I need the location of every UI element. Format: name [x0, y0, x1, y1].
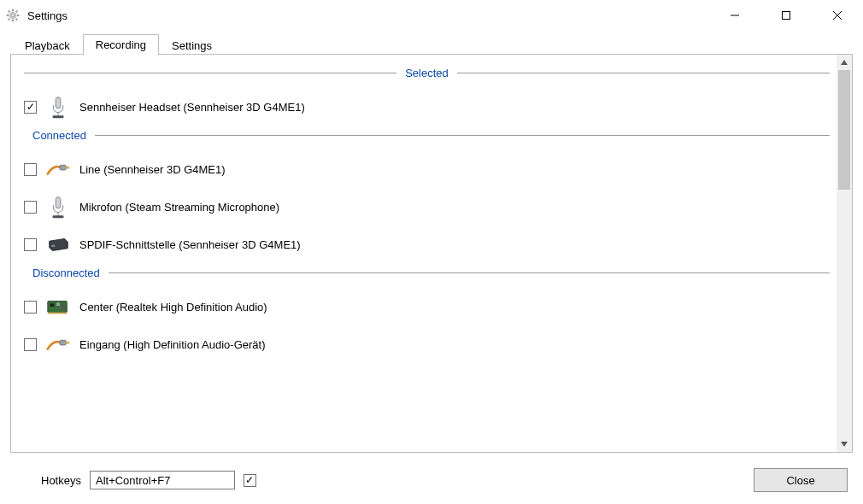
svg-point-14 [51, 245, 56, 248]
svg-rect-17 [56, 302, 60, 306]
minimize-button[interactable] [709, 0, 760, 31]
svg-rect-16 [50, 303, 55, 307]
group-header-connected: Connected [24, 129, 830, 142]
hotkeys-label: Hotkeys [41, 474, 81, 487]
close-button[interactable]: Close [754, 468, 848, 492]
svg-rect-18 [62, 306, 66, 310]
microphone-icon [44, 192, 73, 221]
group-header-disconnected: Disconnected [24, 267, 830, 279]
device-checkbox[interactable] [24, 163, 37, 176]
tab-recording[interactable]: Recording [83, 34, 159, 56]
device-label: Mikrofon (Steam Streaming Microphone) [79, 201, 279, 214]
device-checkbox[interactable] [24, 338, 37, 351]
microphone-icon [44, 92, 73, 121]
svg-rect-3 [783, 12, 790, 20]
hotkeys-input[interactable] [90, 471, 235, 489]
device-label: SPDIF-Schnittstelle (Sennheiser 3D G4ME1… [79, 238, 301, 251]
device-label: Sennheiser Headset (Sennheiser 3D G4ME1) [79, 101, 305, 114]
device-label: Line (Sennheiser 3D G4ME1) [79, 163, 226, 176]
svg-rect-20 [60, 340, 67, 345]
gear-icon [5, 8, 21, 23]
svg-line-4 [833, 11, 842, 20]
device-label: Center (Realtek High Definition Audio) [79, 301, 267, 314]
device-row[interactable]: Eingang (High Definition Audio-Gerät) [24, 325, 830, 363]
group-label: Selected [396, 67, 457, 79]
device-row[interactable]: Center (Realtek High Definition Audio) [24, 288, 830, 325]
svg-rect-10 [66, 167, 69, 169]
svg-rect-11 [56, 197, 61, 208]
device-row[interactable]: Mikrofon (Steam Streaming Microphone) [24, 188, 830, 226]
titlebar: Settings [0, 0, 863, 31]
svg-rect-13 [52, 215, 63, 218]
device-checkbox[interactable] [24, 238, 37, 251]
device-checkbox[interactable] [24, 101, 37, 114]
close-window-button[interactable] [812, 0, 863, 31]
line-in-icon [44, 155, 73, 184]
device-label: Eingang (High Definition Audio-Gerät) [79, 338, 266, 351]
svg-rect-9 [60, 165, 67, 170]
tab-pane: Selected Sennheiser Headset (Sennheiser … [10, 55, 853, 453]
spdif-icon [44, 230, 73, 259]
device-row[interactable]: SPDIF-Schnittstelle (Sennheiser 3D G4ME1… [24, 226, 830, 263]
device-row[interactable]: Sennheiser Headset (Sennheiser 3D G4ME1) [24, 88, 830, 126]
svg-rect-21 [66, 342, 69, 344]
sound-card-icon [44, 292, 73, 321]
hotkeys-checkbox[interactable] [244, 474, 256, 487]
tab-settings[interactable]: Settings [159, 35, 225, 56]
scrollbar-thumb[interactable] [838, 70, 850, 190]
svg-rect-19 [48, 313, 68, 314]
svg-rect-6 [56, 97, 61, 108]
vertical-scrollbar[interactable] [837, 55, 852, 452]
device-checkbox[interactable] [24, 201, 37, 214]
maximize-button[interactable] [760, 0, 812, 31]
scroll-up-arrow-icon[interactable] [837, 55, 852, 70]
device-list: Selected Sennheiser Headset (Sennheiser … [24, 63, 848, 447]
group-header-selected: Selected [24, 67, 830, 79]
group-label: Connected [24, 129, 95, 142]
tabstrip: Playback Recording Settings [0, 31, 863, 55]
svg-line-5 [833, 11, 842, 20]
group-label: Disconnected [24, 267, 109, 279]
svg-rect-8 [52, 115, 63, 118]
device-checkbox[interactable] [24, 301, 37, 314]
device-row[interactable]: Line (Sennheiser 3D G4ME1) [24, 150, 830, 188]
line-in-icon [44, 330, 73, 359]
window-title: Settings [27, 9, 68, 22]
footer: Hotkeys Close [10, 465, 853, 495]
tab-playback[interactable]: Playback [12, 35, 83, 56]
svg-point-1 [11, 14, 14, 16]
scroll-down-arrow-icon[interactable] [837, 437, 852, 452]
